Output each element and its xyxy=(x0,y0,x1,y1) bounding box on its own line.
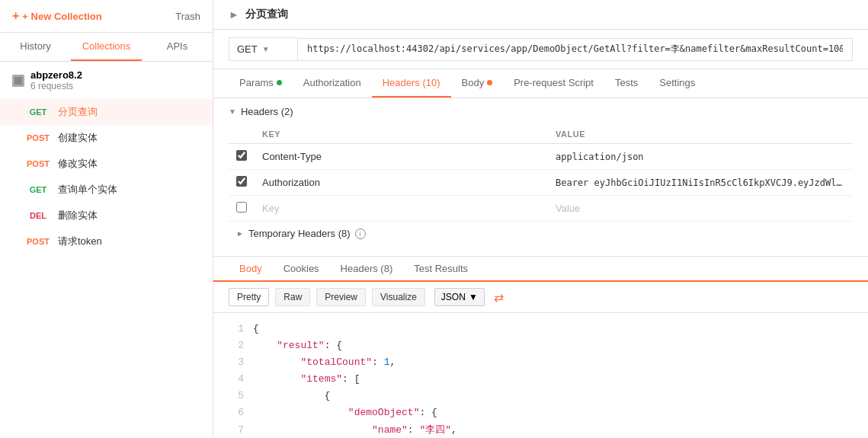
headers-section: ▼ Headers (2) KEY VALUE Content-Type xyxy=(213,98,868,253)
sidebar-item-1[interactable]: POST 创建实体 xyxy=(0,125,213,151)
sidebar-item-4[interactable]: DEL 删除实体 xyxy=(0,203,213,229)
json-format-select[interactable]: JSON ▼ xyxy=(434,288,485,306)
line-num-3: 3 xyxy=(229,354,244,371)
tab-pre-request[interactable]: Pre-request Script xyxy=(503,69,604,98)
format-preview-button[interactable]: Preview xyxy=(316,288,366,306)
toggle-arrow-icon: ▼ xyxy=(229,107,236,116)
tab-collections[interactable]: Collections xyxy=(71,33,142,61)
headers-toggle[interactable]: ▼ Headers (2) xyxy=(229,106,853,117)
body-dot-icon xyxy=(487,80,492,85)
response-tab-test-results-label: Test Results xyxy=(414,263,468,274)
method-badge-post-5: POST xyxy=(24,237,52,246)
method-select[interactable]: GET ▼ xyxy=(229,37,297,61)
response-tab-body-label: Body xyxy=(239,263,262,274)
sidebar-tabs: History Collections APIs xyxy=(0,33,213,62)
temp-headers-toggle[interactable]: ► Temporary Headers (8) i xyxy=(229,222,853,245)
info-icon[interactable]: i xyxy=(355,229,366,239)
tab-params[interactable]: Params xyxy=(229,69,293,98)
th-value: VALUE xyxy=(548,125,853,144)
request-title: 分页查询 xyxy=(245,8,288,21)
header-row-0: Content-Type application/json xyxy=(229,144,853,170)
method-badge-post-2: POST xyxy=(24,159,52,168)
tab-authorization[interactable]: Authorization xyxy=(293,69,372,98)
request-tabs: Params Authorization Headers (10) Body P… xyxy=(213,69,868,98)
params-dot-icon xyxy=(277,80,282,85)
format-raw-button[interactable]: Raw xyxy=(275,288,310,306)
sidebar-item-5[interactable]: POST 请求token xyxy=(0,229,213,254)
item-name-2: 修改实体 xyxy=(58,157,98,171)
tab-tests[interactable]: Tests xyxy=(604,69,649,98)
tab-apis[interactable]: APIs xyxy=(142,33,213,61)
header-checkbox-input-0[interactable] xyxy=(236,150,247,161)
collection-info: abpzero8.2 6 requests xyxy=(30,69,82,91)
sidebar: + + New Collection Trash History Collect… xyxy=(0,0,213,438)
response-format-bar: Pretty Raw Preview Visualize JSON ▼ ⇄ xyxy=(213,282,868,313)
sidebar-item-3[interactable]: GET 查询单个实体 xyxy=(0,177,213,203)
temp-toggle-arrow-icon: ► xyxy=(236,229,244,238)
response-tab-headers[interactable]: Headers (8) xyxy=(330,257,404,282)
format-visualize-button[interactable]: Visualize xyxy=(372,288,425,306)
line-content-2: "result": { xyxy=(253,337,342,354)
response-tab-cookies[interactable]: Cookies xyxy=(273,257,330,282)
header-checkbox-input-1[interactable] xyxy=(236,176,247,187)
trash-button[interactable]: Trash xyxy=(175,11,200,22)
code-area: 1 { 2 "result": { 3 "totalCount": 1, 4 "… xyxy=(213,313,868,438)
header-checkbox-0[interactable] xyxy=(229,144,255,170)
header-row-1: Authorization Bearer eyJhbGciOiJIUzI1NiI… xyxy=(229,170,853,196)
code-line-6: 6 "demoObject": { xyxy=(229,404,853,421)
line-num-4: 4 xyxy=(229,371,244,388)
new-collection-button[interactable]: + + New Collection xyxy=(12,9,102,23)
line-content-5: { xyxy=(253,388,330,404)
item-name-4: 删除实体 xyxy=(58,209,98,222)
header-value-0: application/json xyxy=(548,144,853,170)
collection-header[interactable]: abpzero8.2 6 requests xyxy=(0,62,213,99)
item-name-5: 请求token xyxy=(58,235,102,248)
header-row-placeholder: Key Value xyxy=(229,196,853,222)
item-name-3: 查询单个实体 xyxy=(58,183,117,197)
tab-body[interactable]: Body xyxy=(451,69,504,98)
json-label: JSON xyxy=(441,292,466,302)
code-line-1: 1 { xyxy=(229,321,853,337)
code-line-7: 7 "name": "李四", xyxy=(229,422,853,438)
tab-settings[interactable]: Settings xyxy=(649,69,706,98)
plus-icon: + xyxy=(12,9,19,23)
collection-count: 6 requests xyxy=(30,81,82,91)
json-dropdown-arrow-icon: ▼ xyxy=(469,292,478,302)
header-checkbox-1[interactable] xyxy=(229,170,255,196)
tab-authorization-label: Authorization xyxy=(303,77,361,88)
headers-title: Headers (2) xyxy=(241,106,293,117)
method-badge-get-3: GET xyxy=(24,185,52,194)
url-input[interactable] xyxy=(297,38,853,61)
wrap-icon[interactable]: ⇄ xyxy=(494,290,504,305)
method-badge-del-4: DEL xyxy=(24,211,52,220)
response-tab-body[interactable]: Body xyxy=(229,257,273,282)
line-content-1: { xyxy=(253,321,259,337)
item-name-1: 创建实体 xyxy=(58,131,98,145)
tab-headers[interactable]: Headers (10) xyxy=(372,69,451,98)
tab-pre-request-label: Pre-request Script xyxy=(514,77,594,88)
header-key-1: Authorization xyxy=(255,170,548,196)
sidebar-item-0[interactable]: GET 分页查询 xyxy=(0,99,213,125)
line-num-1: 1 xyxy=(229,321,244,337)
code-line-2: 2 "result": { xyxy=(229,337,853,354)
response-tab-test-results[interactable]: Test Results xyxy=(403,257,479,282)
line-num-7: 7 xyxy=(229,422,244,438)
tab-headers-label: Headers (10) xyxy=(383,77,440,88)
collection-name: abpzero8.2 xyxy=(30,69,82,81)
line-num-2: 2 xyxy=(229,337,244,354)
code-line-5: 5 { xyxy=(229,388,853,404)
th-checkbox xyxy=(229,125,255,144)
tab-history[interactable]: History xyxy=(0,33,71,61)
line-content-4: "items": [ xyxy=(253,371,360,388)
header-checkbox-placeholder[interactable] xyxy=(229,196,255,222)
line-content-6: "demoObject": { xyxy=(253,404,437,421)
header-key-placeholder: Key xyxy=(255,196,548,222)
main-content: ► 分页查询 GET ▼ Params Authorization Header… xyxy=(213,0,868,438)
sidebar-item-2[interactable]: POST 修改实体 xyxy=(0,151,213,177)
format-pretty-button[interactable]: Pretty xyxy=(229,288,269,306)
th-key: KEY xyxy=(255,125,548,144)
header-checkbox-input-placeholder[interactable] xyxy=(236,202,247,213)
response-tab-headers-label: Headers (8) xyxy=(341,263,393,274)
tab-body-label: Body xyxy=(462,77,485,88)
sidebar-items: GET 分页查询 POST 创建实体 POST 修改实体 GET 查询单个实体 … xyxy=(0,99,213,438)
